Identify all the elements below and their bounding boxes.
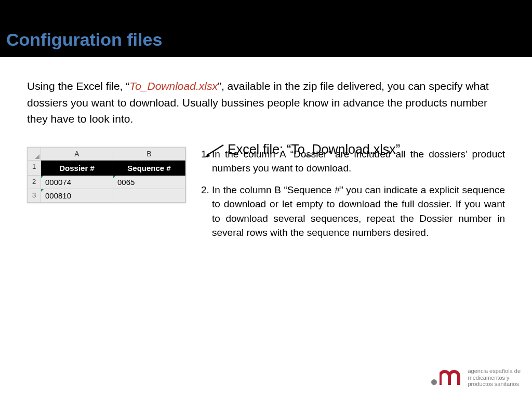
agency-line2: medicamentos y [468,375,521,381]
instruction-list: In the column A “Dossier” are included a… [201,147,505,247]
agency-text: agencia española de medicamentos y produ… [468,368,521,388]
excel-rownum: 1 [28,161,41,176]
filename-highlight: To_Download.xlsx [129,80,218,92]
excel-screenshot: A B 1 Dossier # Sequence # 2 000074 0065… [27,147,186,203]
list-item: In the column B “Sequence #” you can ind… [212,183,505,240]
excel-col-b: B [113,148,185,161]
excel-rownum: 3 [28,189,41,203]
excel-cell: 000074 [41,176,113,189]
slide-header: Configuration files [0,0,532,57]
agency-line1: agencia española de [468,368,521,375]
excel-rownum: 2 [28,176,41,189]
excel-cell: 000810 [41,189,113,203]
excel-col-a: A [41,148,113,161]
excel-cell: 0065 [113,176,185,189]
excel-area: Excel file: “To_Download.xlsx” A B 1 Dos… [27,147,505,247]
slide-body: Using the Excel file, “To_Download.xlsx”… [0,57,532,252]
agency-logo-icon [431,370,463,385]
page-title: Configuration files [6,30,162,50]
arrow-icon [204,144,224,159]
excel-cell [113,189,185,203]
footer-logo-block: agencia española de medicamentos y produ… [431,368,521,388]
excel-caption: Excel file: “To_Download.xlsx” [228,142,400,157]
excel-header-sequence: Sequence # [113,161,185,176]
agency-line3: productos sanitarios [468,381,521,388]
intro-text-before: Using the Excel file, “ [27,80,129,92]
excel-select-all-corner [28,148,41,161]
intro-paragraph: Using the Excel file, “To_Download.xlsx”… [27,78,505,127]
excel-header-dossier: Dossier # [41,161,113,176]
